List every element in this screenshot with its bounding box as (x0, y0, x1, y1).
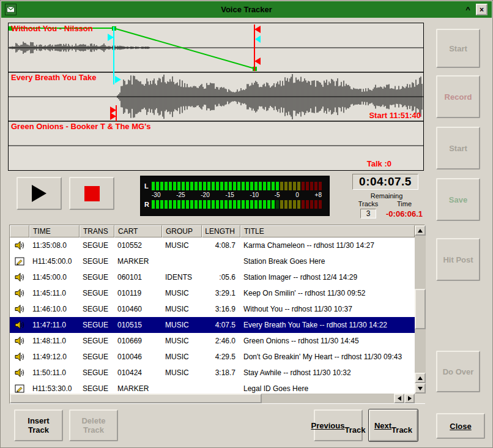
track-3-title: Green Onions - Booker T & The MG's (11, 122, 150, 131)
scroll-up-button[interactable] (415, 225, 426, 236)
meter-segment (203, 182, 206, 190)
column-group-header[interactable]: GROUP (162, 225, 202, 237)
next-track-button[interactable]: Next Track (369, 409, 418, 441)
cell-length: 4:08.7 (202, 241, 240, 250)
arrow-up-icon (418, 229, 423, 233)
meter-segment (165, 200, 168, 209)
log-row[interactable]: 11:35:08.0SEGUE010552MUSIC4:08.7Karma Ch… (10, 237, 415, 253)
column-cart-header[interactable]: CART (114, 225, 162, 237)
stop-button[interactable] (69, 177, 114, 210)
cell-length: :05.6 (202, 273, 240, 282)
log-row[interactable]: H11:45:00.0SEGUEMARKERStation Break Goes… (10, 253, 415, 269)
meter-segment (220, 182, 223, 190)
cell-time: 11:49:12.0 (29, 353, 80, 361)
horizontal-scrollbar[interactable] (10, 394, 415, 403)
log-row[interactable]: 11:46:10.0SEGUE010460MUSIC3:16.9Without … (10, 301, 415, 317)
shade-button[interactable]: ^ (462, 4, 473, 15)
titlebar: Voice Tracker ^ × (1, 1, 492, 18)
meter-segment (280, 182, 283, 190)
meter-segment (272, 182, 275, 190)
column-trans-header[interactable]: TRANS (80, 225, 114, 237)
meter-segment (182, 200, 185, 209)
start-button-1[interactable]: Start (436, 29, 480, 68)
scroll-down-button[interactable] (415, 383, 426, 394)
cell-title: Every Breath You Take -- rdhost 11/30 14… (240, 321, 415, 329)
cell-title: Karma Chameleon -- rdhost 11/30 14:27 (240, 241, 415, 250)
meter-segment (276, 182, 279, 190)
remaining-tracks-label: Tracks (350, 200, 386, 207)
column-icon-header[interactable] (10, 225, 29, 237)
arrow-right-icon (408, 396, 412, 401)
meter-segment (224, 182, 228, 190)
meter-segment (195, 182, 198, 190)
record-button[interactable]: Record (436, 75, 480, 118)
scroll-left-button[interactable] (394, 394, 404, 403)
waveform-canvas[interactable] (9, 23, 423, 170)
meter-segment (289, 200, 292, 209)
log-row[interactable]: 11:48:11.0SEGUE010669MUSIC2:46.0Green On… (10, 333, 415, 349)
start-button-2[interactable]: Start (436, 127, 480, 170)
log-row[interactable]: 11:47:11.0SEGUE010515MUSIC4:07.5Every Br… (10, 317, 415, 333)
cell-length: 3:18.7 (202, 368, 240, 377)
log-row[interactable]: H11:53:30.0SEGUEMARKERLegal ID Goes Here (10, 381, 415, 394)
meter-segment (280, 200, 283, 209)
speaker-icon (10, 368, 29, 378)
meter-segment (173, 182, 176, 190)
meter-segment (207, 182, 210, 190)
horizontal-scroll-thumb[interactable] (10, 394, 262, 403)
cell-cart: MARKER (114, 257, 162, 266)
meter-scale: -30-25-20-15-10-50+8 (152, 191, 322, 200)
log-row[interactable]: 11:50:11.0SEGUE010424MUSIC3:18.7Stay Awh… (10, 365, 415, 381)
cell-length: 4:29.5 (202, 353, 240, 361)
window-close-button[interactable]: × (476, 4, 487, 15)
hit-post-button[interactable]: Hit Post (436, 238, 480, 281)
cell-cart: 010515 (114, 321, 162, 329)
insert-track-button[interactable]: Insert Track (14, 409, 63, 441)
meter-segment (207, 200, 210, 209)
log-row[interactable]: 11:45:00.0SEGUE060101IDENTS:05.6Station … (10, 269, 415, 285)
cell-length: 3:16.9 (202, 305, 240, 313)
meter-segment (233, 182, 236, 190)
marker-icon (10, 256, 29, 266)
previous-track-button[interactable]: Previous Track (314, 409, 363, 441)
do-over-button[interactable]: Do Over (436, 351, 480, 392)
cell-trans: SEGUE (80, 241, 114, 250)
meter-segment (169, 182, 172, 190)
save-button[interactable]: Save (436, 178, 480, 221)
waveform-editor[interactable]: Without You - Nilsson Every Breath You T… (8, 23, 424, 171)
delete-track-button[interactable]: Delete Track (69, 409, 118, 441)
speaker-icon (10, 336, 29, 346)
cell-time: 11:45:11.0 (29, 289, 80, 297)
vertical-scroll-thumb[interactable] (415, 289, 426, 329)
meter-segment (259, 200, 262, 209)
log-row[interactable]: 11:49:12.0SEGUE010046MUSIC4:29.5Don't Go… (10, 349, 415, 365)
meter-segment (289, 182, 292, 190)
meter-segment (297, 182, 300, 190)
meter-segment (177, 200, 180, 209)
column-time-header[interactable]: TIME (29, 225, 80, 237)
meter-tick: +8 (315, 191, 322, 200)
cell-cart: MARKER (114, 384, 162, 393)
cell-title: Without You -- rdhost 11/30 10:37 (240, 305, 415, 313)
column-length-header[interactable]: LENGTH (202, 225, 240, 237)
cell-time: 11:50:11.0 (29, 368, 80, 377)
cell-cart: 010669 (114, 337, 162, 345)
scroll-right-button[interactable] (404, 394, 415, 403)
meter-right-row: R (144, 200, 325, 209)
cell-time: H11:53:30.0 (29, 384, 80, 393)
meter-segment (156, 182, 159, 190)
meter-left-row: L (144, 181, 325, 191)
play-button[interactable] (17, 177, 62, 210)
scroll-up-button-2[interactable] (415, 373, 426, 383)
remaining-tracks-value: 3 (360, 209, 376, 218)
meter-left-label: L (144, 182, 152, 190)
arrow-left-icon (398, 396, 401, 401)
cell-title: Station Imager -- rdhost 12/4 14:29 (240, 273, 415, 282)
column-title-header[interactable]: TITLE (240, 225, 415, 237)
meter-left-bar (152, 182, 322, 190)
meter-segment (190, 200, 193, 209)
close-button[interactable]: Close (436, 413, 485, 439)
log-row[interactable]: 11:45:11.0SEGUE010119MUSIC3:29.1Keep On … (10, 285, 415, 301)
vertical-scrollbar[interactable] (415, 225, 426, 394)
meter-segment (203, 200, 206, 209)
